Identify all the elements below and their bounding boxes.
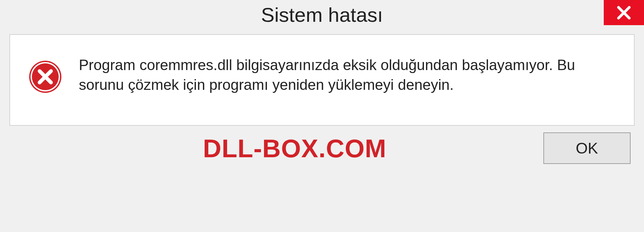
- footer: DLL-BOX.COM OK: [0, 132, 644, 174]
- content-panel: Program coremmres.dll bilgisayarınızda e…: [9, 34, 635, 126]
- error-icon: [29, 60, 62, 95]
- watermark-text: DLL-BOX.COM: [203, 134, 386, 163]
- close-icon: [616, 5, 632, 21]
- ok-button[interactable]: OK: [543, 132, 631, 164]
- close-button[interactable]: [604, 0, 644, 25]
- titlebar: Sistem hatası: [0, 0, 644, 30]
- error-message: Program coremmres.dll bilgisayarınızda e…: [79, 55, 615, 95]
- error-dialog: Sistem hatası Program coremmres.dll bilg…: [0, 0, 644, 232]
- dialog-title: Sistem hatası: [261, 0, 383, 26]
